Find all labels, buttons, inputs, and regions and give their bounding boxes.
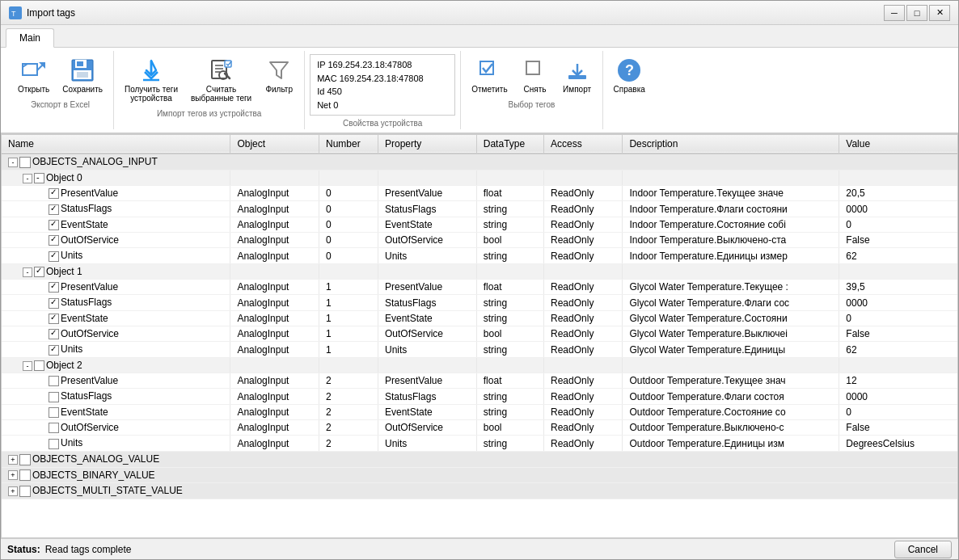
cell-value: False <box>839 420 957 436</box>
cell-access: ReadOnly <box>544 201 623 217</box>
unmark-button[interactable]: Снять <box>515 54 556 97</box>
cell-access: ReadOnly <box>544 342 623 357</box>
table-row[interactable]: EventStateAnalogInput2EventStatestringRe… <box>2 404 957 419</box>
cell-property <box>378 170 477 185</box>
cell-access: ReadOnly <box>544 233 623 248</box>
row-checkbox[interactable] <box>49 423 59 433</box>
table-row[interactable]: UnitsAnalogInput0UnitsstringReadOnlyIndo… <box>2 248 957 263</box>
table-row[interactable]: +OBJECTS_ANALOG_VALUE <box>2 451 957 467</box>
cell-property <box>378 483 477 499</box>
row-checkbox[interactable] <box>49 251 59 262</box>
row-checkbox[interactable] <box>49 282 59 293</box>
table-row[interactable]: -Object 1 <box>2 263 957 279</box>
row-checkbox[interactable] <box>49 392 59 402</box>
table-row[interactable]: +OBJECTS_MULTI_STATE_VALUE <box>2 483 957 499</box>
row-checkbox[interactable] <box>49 376 59 386</box>
read-tags-button[interactable]: Считатьвыбранные теги <box>185 54 257 106</box>
row-checkbox[interactable] <box>49 220 59 230</box>
cell-value <box>839 170 957 185</box>
cell-value: 0 <box>839 310 957 326</box>
table-row[interactable]: StatusFlagsAnalogInput1StatusFlagsstring… <box>2 295 957 310</box>
cell-datatype: float <box>476 186 543 201</box>
table-row[interactable]: -OBJECTS_ANALOG_INPUT <box>2 154 957 170</box>
cell-description <box>623 483 839 499</box>
unmark-label: Снять <box>524 85 547 94</box>
cell-object: AnalogInput <box>230 186 319 201</box>
row-checkbox[interactable] <box>49 439 59 449</box>
table-row[interactable]: EventStateAnalogInput1EventStatestringRe… <box>2 310 957 326</box>
table-row[interactable]: PresentValueAnalogInput1PresentValuefloa… <box>2 280 957 295</box>
row-checkbox[interactable] <box>34 360 44 371</box>
cell-property: StatusFlags <box>378 389 477 404</box>
cell-description: Glycol Water Temperature.Флаги сос <box>623 295 839 310</box>
table-row[interactable]: OutOfServiceAnalogInput0OutOfServicebool… <box>2 233 957 248</box>
table-row[interactable]: OutOfServiceAnalogInput1OutOfServicebool… <box>2 326 957 342</box>
table-row[interactable]: -Object 0 <box>2 170 957 185</box>
cell-access <box>544 483 623 499</box>
cell-number: 2 <box>319 436 378 451</box>
expand-icon[interactable]: - <box>23 361 32 371</box>
status-message: Read tags complete <box>45 544 132 555</box>
expand-icon[interactable]: - <box>8 158 18 167</box>
cell-datatype <box>476 170 543 185</box>
row-checkbox[interactable] <box>49 314 59 324</box>
expand-icon[interactable]: + <box>8 486 18 496</box>
table-row[interactable]: StatusFlagsAnalogInput0StatusFlagsstring… <box>2 201 957 217</box>
cancel-button[interactable]: Cancel <box>894 541 952 558</box>
cell-name: Units <box>2 248 230 263</box>
help-button[interactable]: ? Справка <box>608 54 651 97</box>
row-checkbox[interactable] <box>34 267 44 277</box>
import-button[interactable]: Импорт <box>557 54 598 97</box>
row-name: OBJECTS_BINARY_VALUE <box>32 469 155 481</box>
row-checkbox[interactable] <box>49 204 59 215</box>
select-tags-label: Выбор тегов <box>508 100 555 109</box>
cell-value: 62 <box>839 342 957 357</box>
expand-icon[interactable]: + <box>8 455 18 465</box>
cell-datatype: string <box>476 201 543 217</box>
table-row[interactable]: EventStateAnalogInput0EventStatestringRe… <box>2 217 957 232</box>
table-row[interactable]: UnitsAnalogInput2UnitsstringReadOnlyOutd… <box>2 436 957 451</box>
col-access: Access <box>544 135 623 154</box>
row-checkbox[interactable] <box>49 345 59 356</box>
table-container[interactable]: Name Object Number Property DataType Acc… <box>1 134 958 538</box>
cell-datatype: string <box>476 436 543 451</box>
cell-access: ReadOnly <box>544 248 623 263</box>
minimize-button[interactable]: ─ <box>884 5 905 21</box>
row-checkbox[interactable] <box>34 173 44 183</box>
toolbar-export-section: Открыть Сохранить Экспорт в <box>7 51 114 129</box>
mark-button[interactable]: Отметить <box>466 54 513 97</box>
table-row[interactable]: PresentValueAnalogInput2PresentValuefloa… <box>2 373 957 389</box>
row-checkbox[interactable] <box>49 188 59 199</box>
row-checkbox[interactable] <box>49 407 59 418</box>
row-name: PresentValue <box>61 281 118 293</box>
cell-number: 1 <box>319 280 378 295</box>
expand-icon[interactable]: - <box>23 267 32 277</box>
import-group-label: Импорт тегов из устройства <box>157 109 261 118</box>
open-button[interactable]: Открыть <box>12 54 55 97</box>
cell-name: OutOfService <box>2 326 230 342</box>
save-button[interactable]: Сохранить <box>57 54 108 97</box>
row-checkbox[interactable] <box>49 235 59 246</box>
table-row[interactable]: UnitsAnalogInput1UnitsstringReadOnlyGlyc… <box>2 342 957 357</box>
table-row[interactable]: -Object 2 <box>2 357 957 373</box>
cell-datatype <box>476 154 543 170</box>
table-row[interactable]: StatusFlagsAnalogInput2StatusFlagsstring… <box>2 389 957 404</box>
filter-button[interactable]: Фильтр <box>259 54 299 106</box>
cell-number <box>319 263 378 279</box>
table-row[interactable]: OutOfServiceAnalogInput2OutOfServicebool… <box>2 420 957 436</box>
row-name: OutOfService <box>61 234 119 246</box>
tab-main[interactable]: Main <box>6 28 54 48</box>
get-tags-button[interactable]: Получить тегиустройства <box>119 54 184 106</box>
cell-property <box>378 263 477 279</box>
table-row[interactable]: PresentValueAnalogInput0PresentValuefloa… <box>2 186 957 201</box>
cell-access <box>544 357 623 373</box>
expand-icon[interactable]: + <box>8 470 18 480</box>
close-button[interactable]: ✕ <box>929 5 950 21</box>
cell-value: 39,5 <box>839 280 957 295</box>
table-row[interactable]: +OBJECTS_BINARY_VALUE <box>2 467 957 483</box>
cell-property: OutOfService <box>378 233 477 248</box>
row-checkbox[interactable] <box>49 298 59 309</box>
maximize-button[interactable]: □ <box>906 5 927 21</box>
expand-icon[interactable]: - <box>23 174 32 183</box>
row-checkbox[interactable] <box>49 329 59 339</box>
